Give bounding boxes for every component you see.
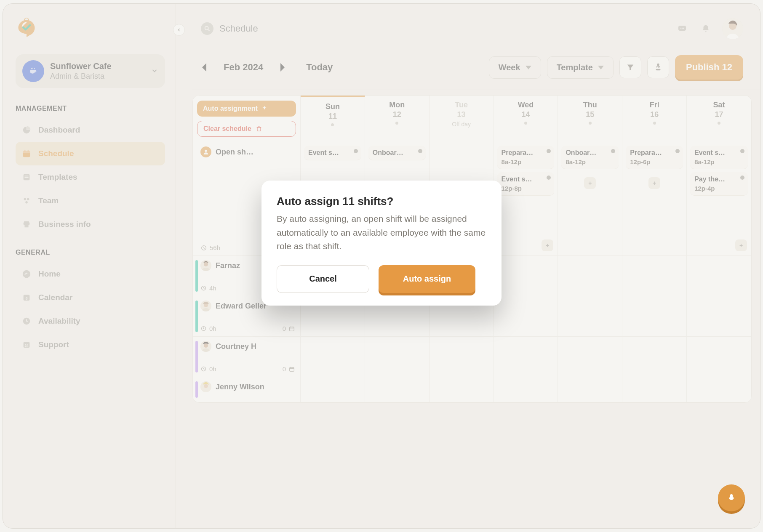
modal-title: Auto assign 11 shifts? bbox=[277, 195, 486, 208]
cancel-button[interactable]: Cancel bbox=[277, 265, 369, 293]
modal-body: By auto assigning, an open shift will be… bbox=[277, 212, 486, 253]
modal-overlay[interactable]: Auto assign 11 shifts? By auto assigning… bbox=[3, 4, 760, 528]
voice-fab[interactable] bbox=[718, 484, 745, 511]
auto-assign-modal: Auto assign 11 shifts? By auto assigning… bbox=[261, 181, 502, 306]
app-frame: Sunflower Cafe Admin & Barista MANAGEMEN… bbox=[3, 3, 760, 529]
auto-assign-button[interactable]: Auto assign bbox=[379, 265, 475, 293]
mic-icon bbox=[726, 493, 736, 503]
